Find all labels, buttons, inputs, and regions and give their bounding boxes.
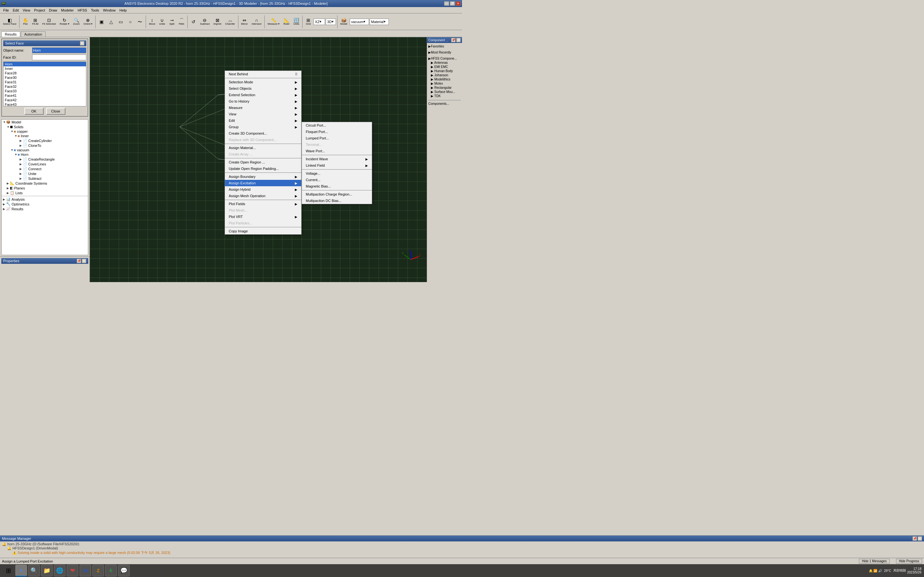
- tree-vacuum[interactable]: ▼ ■ vacuum: [2, 148, 88, 152]
- face-list-item-horn[interactable]: Horn: [3, 62, 86, 66]
- restore-button[interactable]: 🗗: [450, 1, 455, 6]
- minimize-button[interactable]: ─: [444, 1, 449, 6]
- rp-rectangular[interactable]: ▶ Rectangular: [428, 85, 461, 90]
- menu-edit[interactable]: Edit: [11, 8, 21, 13]
- ctx-extend-selection[interactable]: Extend Selection ▶: [225, 92, 301, 98]
- toolbar-chamfer[interactable]: ⌓ Chamfer: [224, 17, 237, 26]
- tree-model[interactable]: ▼ 📦 Model: [2, 119, 88, 124]
- material-dropdown[interactable]: vacuum▾: [350, 19, 369, 25]
- properties-pin-button[interactable]: 📌: [77, 259, 81, 263]
- rp-johanson[interactable]: ▶ Johanson: [428, 73, 461, 77]
- toolbar-select-face[interactable]: ◧ Select Face: [1, 17, 18, 26]
- ctx-measure[interactable]: Measure ▶: [225, 105, 301, 111]
- ctx-select-objects[interactable]: Select Objects ▶: [225, 85, 301, 92]
- submenu-lumped-port[interactable]: Lumped Port...: [302, 135, 372, 141]
- plane-dropdown[interactable]: XZ▾: [313, 19, 325, 25]
- menu-help[interactable]: Help: [118, 8, 129, 13]
- tree-createcylinder[interactable]: ▶ 📄 CreateCylinder: [2, 138, 88, 143]
- face-list-item-face31[interactable]: Face31: [3, 80, 86, 84]
- menu-view[interactable]: View: [21, 8, 32, 13]
- submenu-current[interactable]: Current...: [302, 177, 372, 183]
- tree-subtract[interactable]: ▶ 📄 Subtract: [2, 176, 88, 181]
- tree-createrectangle[interactable]: ▶ 📄 CreateRectangle: [2, 157, 88, 161]
- rp-emi-emc[interactable]: ▶ EMI EMC: [428, 65, 461, 69]
- toolbar-model[interactable]: 📦 Model: [339, 17, 349, 26]
- ctx-plot-vrt[interactable]: Plot VRT ▶: [225, 213, 301, 220]
- tree-unite[interactable]: ▶ 📄 Unite: [2, 171, 88, 176]
- toolbar-rect[interactable]: ▭: [116, 19, 125, 25]
- menu-modeler[interactable]: Modeler: [59, 8, 76, 13]
- toolbar-rotate2[interactable]: ↺: [189, 19, 198, 25]
- ok-button[interactable]: OK: [24, 108, 44, 115]
- ctx-copy-image[interactable]: Copy Image: [225, 228, 301, 234]
- submenu-floquet-port[interactable]: Floquet Port...: [302, 129, 372, 135]
- toolbar-fit-selected[interactable]: ⊡ Fit Selected: [41, 17, 57, 26]
- rp-tdk[interactable]: ▶ TDK: [428, 94, 461, 98]
- submenu-incident-wave[interactable]: Incident Wave ▶: [302, 156, 372, 162]
- ctx-assign-material[interactable]: Assign Material...: [225, 145, 301, 151]
- face-list-item-face32[interactable]: Face32: [3, 84, 86, 89]
- submenu-multipaction-charge[interactable]: Multipaction Charge Region...: [302, 191, 372, 197]
- tree-results[interactable]: ▶ 📈 Results: [2, 206, 88, 211]
- ctx-next-behind[interactable]: Next Behind B: [225, 71, 301, 77]
- toolbar-mirror[interactable]: ⇔ Mirror: [240, 17, 250, 26]
- object-name-input[interactable]: [32, 47, 86, 53]
- rp-surface-mou[interactable]: ▶ Surface Mou...: [428, 90, 461, 94]
- component-panel-pin-button[interactable]: 📌: [451, 38, 456, 42]
- submenu-circuit-port[interactable]: Circuit Port...: [302, 122, 372, 129]
- close-button[interactable]: Close: [46, 108, 65, 115]
- ctx-update-open-region[interactable]: Update Open Region Padding...: [225, 165, 301, 172]
- face-list-item-face30[interactable]: Face30: [3, 75, 86, 80]
- face-list-item-inner[interactable]: Inner: [3, 66, 86, 71]
- submenu-linked-field[interactable]: Linked Field ▶: [302, 162, 372, 169]
- submenu-voltage[interactable]: Voltage...: [302, 170, 372, 177]
- toolbar-unite[interactable]: ∪ Unite: [158, 17, 167, 26]
- ctx-create-open-region[interactable]: Create Open Region ...: [225, 159, 301, 165]
- face-list-item-face42[interactable]: Face42: [3, 98, 86, 102]
- rp-most-recently-title[interactable]: ▶ Most Recently: [428, 50, 461, 55]
- tree-optimetrics[interactable]: ▶ 🔧 Optimetrics: [2, 201, 88, 206]
- component-panel-close-button[interactable]: ✕: [456, 38, 461, 42]
- ctx-assign-boundary[interactable]: Assign Boundary ▶: [225, 173, 301, 180]
- toolbar-split[interactable]: ⊸ Split: [168, 17, 176, 26]
- tree-coordinate-systems[interactable]: ▶ 📐 Coordinate Systems: [2, 181, 88, 185]
- ctx-assign-excitation[interactable]: Assign Excitation ▶: [225, 180, 301, 186]
- tree-planes[interactable]: ▶ ◧ Planes: [2, 185, 88, 190]
- ctx-view[interactable]: View ▶: [225, 111, 301, 117]
- toolbar-cone[interactable]: △: [107, 19, 115, 25]
- tree-inner[interactable]: ▼ ■ Inner: [2, 134, 88, 138]
- ctx-assign-hybrid[interactable]: Assign Hybrid ▶: [225, 186, 301, 193]
- menu-window[interactable]: Window: [101, 8, 118, 13]
- view-dropdown[interactable]: 3D▾: [326, 19, 336, 25]
- rp-human-body[interactable]: ▶ Human Body: [428, 69, 461, 73]
- tree-analysis[interactable]: ▶ 📊 Analysis: [2, 197, 88, 201]
- toolbar-measure[interactable]: 📏 Measure ▾: [266, 17, 281, 26]
- submenu-magnetic-bias[interactable]: Magnetic Bias...: [302, 183, 372, 189]
- material-type-dropdown[interactable]: Material▾: [370, 19, 389, 25]
- submenu-wave-port[interactable]: Wave Port...: [302, 148, 372, 154]
- ctx-edit[interactable]: Edit ▶: [225, 117, 301, 124]
- menu-draw[interactable]: Draw: [47, 8, 59, 13]
- tree-copper[interactable]: ▼ ■ copper: [2, 129, 88, 134]
- face-list-item-face28[interactable]: Face28: [3, 71, 86, 75]
- window-controls[interactable]: ─ 🗗 ✕: [444, 1, 461, 6]
- toolbar-box[interactable]: ▣: [97, 19, 106, 25]
- ctx-selection-mode[interactable]: Selection Mode ▶: [225, 79, 301, 85]
- tree-horn[interactable]: ▼ ■ Horn: [2, 152, 88, 157]
- menu-hfss[interactable]: HFSS: [76, 8, 89, 13]
- toolbar-helix[interactable]: 〜: [136, 19, 144, 25]
- properties-close-button[interactable]: ✕: [82, 259, 86, 263]
- toolbar-rotate[interactable]: ↻ Rotate ▾: [58, 17, 71, 26]
- toolbar-pan[interactable]: ✋ Pan: [21, 17, 30, 26]
- submenu-multipaction-dc[interactable]: Multipaction DC Bias...: [302, 197, 372, 204]
- tree-coverlines[interactable]: ▶ 📄 CoverLines: [2, 161, 88, 166]
- ctx-group[interactable]: Group ▶: [225, 124, 301, 130]
- ctx-create-3d-component[interactable]: Create 3D Component...: [225, 130, 301, 137]
- toolbar-grid[interactable]: ⊞ Grid: [304, 17, 313, 26]
- rp-hfss-components-title[interactable]: ▶ HFSS Compone...: [428, 56, 461, 61]
- tab-results[interactable]: Results: [1, 31, 20, 37]
- rp-antennas[interactable]: ▶ Antennas: [428, 61, 461, 65]
- face-list[interactable]: Horn Inner Face28 Face30 Face31 Face32 F…: [3, 61, 86, 106]
- menu-tools[interactable]: Tools: [89, 8, 101, 13]
- toolbar-circle[interactable]: ○: [126, 19, 135, 25]
